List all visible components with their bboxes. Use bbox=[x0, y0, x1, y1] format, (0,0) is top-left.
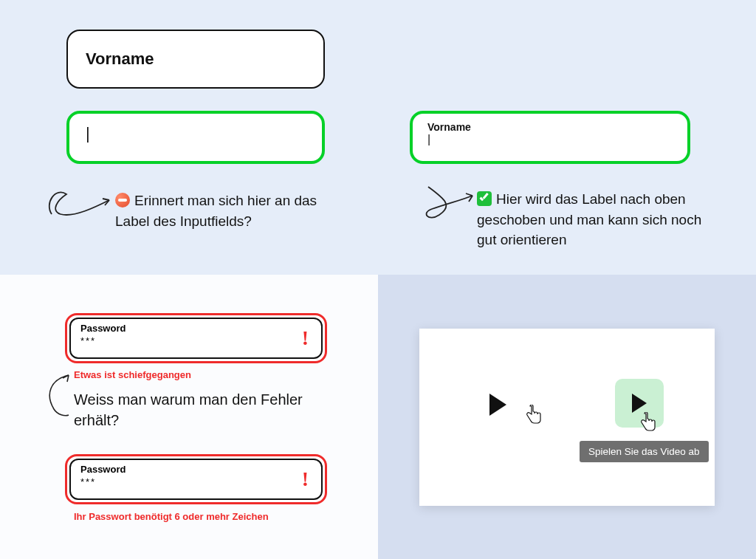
text-cursor: | bbox=[427, 133, 673, 146]
play-icon bbox=[489, 394, 506, 416]
detached-label-text: Vorname bbox=[86, 49, 154, 69]
bottom-right-panel: Spielen Sie das Video ab bbox=[378, 275, 756, 559]
bad-example-note: Erinnert man sich hier an das Label des … bbox=[115, 191, 351, 231]
focused-input-good[interactable]: Vorname | bbox=[410, 111, 690, 164]
password-field-clear-error[interactable]: Password *** ! bbox=[65, 454, 327, 504]
good-example-note: Hier wird das Label nach oben geschoben … bbox=[477, 189, 713, 250]
annotation-arrow-icon bbox=[413, 179, 480, 239]
play-button-idle[interactable] bbox=[489, 394, 506, 419]
clear-error-message: Ihr Passwort benötigt 6 oder mehr Zeiche… bbox=[74, 511, 269, 522]
password-label: Password bbox=[80, 323, 312, 334]
pointer-cursor-icon bbox=[526, 405, 543, 428]
annotation-arrow-icon bbox=[39, 372, 76, 420]
annotation-arrow-icon bbox=[44, 181, 118, 236]
top-panel: Vorname | Erinnert man sich hier an das … bbox=[0, 0, 756, 275]
vague-error-message: Etwas ist schiefgegangen bbox=[74, 369, 191, 380]
good-note-text: Hier wird das Label nach oben geschoben … bbox=[477, 191, 701, 247]
password-masked-value: *** bbox=[80, 476, 312, 487]
detached-label-box: Vorname bbox=[66, 30, 325, 89]
focused-input-bad[interactable]: | bbox=[66, 111, 325, 164]
password-masked-value: *** bbox=[80, 335, 312, 346]
error-exclamation-icon: ! bbox=[302, 326, 309, 350]
bad-note-text: Erinnert man sich hier an das Label des … bbox=[115, 193, 317, 229]
password-label: Password bbox=[80, 464, 312, 475]
tooltip-text: Spielen Sie das Video ab bbox=[588, 446, 700, 457]
check-icon bbox=[477, 191, 492, 206]
error-question-note: Weiss man warum man den Fehler erhält? bbox=[74, 389, 317, 431]
bottom-left-panel: Password *** ! Etwas ist schiefgegangen … bbox=[0, 275, 378, 559]
video-player-card: Spielen Sie das Video ab bbox=[419, 329, 715, 506]
play-icon bbox=[632, 394, 647, 413]
stop-icon bbox=[115, 193, 130, 208]
pointer-cursor-icon bbox=[641, 412, 657, 436]
text-cursor: | bbox=[86, 124, 90, 143]
floating-label: Vorname bbox=[427, 121, 673, 133]
password-field-vague-error[interactable]: Password *** ! bbox=[65, 313, 327, 363]
error-exclamation-icon: ! bbox=[302, 467, 309, 491]
play-tooltip: Spielen Sie das Video ab bbox=[580, 441, 709, 462]
